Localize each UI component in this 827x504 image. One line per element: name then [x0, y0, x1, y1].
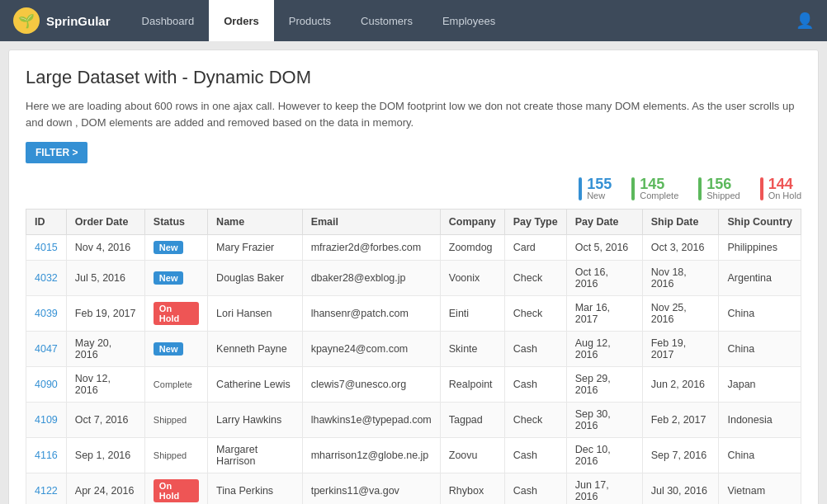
cell-ship-date: Oct 3, 2016 [642, 235, 719, 261]
cell-ship-country: China [719, 296, 801, 332]
table-row: 4116 Sep 1, 2016 Shipped Margaret Harris… [26, 438, 801, 473]
cell-email: kpayne24@com.com [302, 332, 440, 367]
stat-complete-label: Complete [640, 191, 678, 200]
stat-new: 155 New [579, 177, 612, 200]
cell-email: mfrazier2d@forbes.com [302, 235, 440, 261]
cell-pay-type: Check [504, 261, 566, 296]
cell-id: 4109 [26, 403, 67, 438]
cell-email: tperkins11@va.gov [302, 473, 440, 505]
filter-button[interactable]: FILTER > [26, 142, 87, 163]
cell-id: 4032 [26, 261, 67, 296]
col-email: Email [302, 210, 440, 235]
cell-pay-type: Check [504, 403, 566, 438]
cell-ship-date: Jun 2, 2016 [642, 367, 719, 403]
id-link[interactable]: 4109 [35, 414, 58, 426]
table-row: 4047 May 20, 2016 New Kenneth Payne kpay… [26, 332, 801, 367]
cell-email: dbaker28@exblog.jp [302, 261, 440, 296]
cell-id: 4116 [26, 438, 67, 473]
cell-email: lhawkins1e@typepad.com [302, 403, 440, 438]
table-row: 4090 Nov 12, 2016 Complete Catherine Lew… [26, 367, 801, 403]
cell-name: Larry Hawkins [208, 403, 303, 438]
cell-status: Shipped [144, 403, 207, 438]
stat-new-number: 155 [587, 177, 612, 191]
nav-orders[interactable]: Orders [209, 0, 274, 41]
nav-links: Dashboard Orders Products Customers Empl… [127, 0, 796, 41]
col-pay-date: Pay Date [566, 210, 642, 235]
cell-pay-type: Check [504, 296, 566, 332]
col-ship-country: Ship Country [719, 210, 801, 235]
page-title: Large Dataset with - Dynamic DOM [26, 67, 801, 88]
nav-customers[interactable]: Customers [346, 0, 428, 41]
stat-onhold: 144 On Hold [760, 177, 801, 200]
brand-name: SprinGular [46, 14, 111, 28]
cell-id: 4047 [26, 332, 67, 367]
cell-status: New [144, 235, 207, 261]
cell-pay-date: Sep 30, 2016 [566, 403, 642, 438]
brand-icon: 🌱 [13, 7, 40, 34]
navbar: 🌱 SprinGular Dashboard Orders Products C… [0, 0, 827, 41]
cell-status: New [144, 261, 207, 296]
cell-pay-date: Oct 5, 2016 [566, 235, 642, 261]
col-status: Status [144, 210, 207, 235]
cell-ship-date: Nov 18, 2016 [642, 261, 719, 296]
stat-new-label: New [587, 191, 612, 200]
cell-name: Margaret Harrison [208, 438, 303, 473]
cell-id: 4122 [26, 473, 67, 505]
cell-pay-date: Mar 16, 2017 [566, 296, 642, 332]
cell-ship-date: Nov 25, 2016 [642, 296, 719, 332]
cell-ship-country: Indonesia [719, 403, 801, 438]
cell-order-date: Nov 4, 2016 [66, 235, 144, 261]
col-ship-date: Ship Date [642, 210, 719, 235]
cell-ship-country: Argentina [719, 261, 801, 296]
col-name: Name [208, 210, 303, 235]
status-badge: New [154, 271, 184, 285]
cell-company: Einti [440, 296, 504, 332]
cell-pay-date: Jun 17, 2016 [566, 473, 642, 505]
status-badge: Shipped [154, 450, 187, 460]
cell-status: Complete [144, 367, 207, 403]
stat-onhold-number: 144 [768, 177, 801, 191]
cell-status: New [144, 332, 207, 367]
status-badge: On Hold [154, 302, 199, 325]
stat-new-bar [579, 177, 582, 200]
stat-shipped-bar [698, 177, 702, 200]
cell-name: Catherine Lewis [208, 367, 303, 403]
status-badge: New [154, 342, 184, 356]
cell-pay-date: Sep 29, 2016 [566, 367, 642, 403]
cell-email: lhansenr@patch.com [302, 296, 440, 332]
cell-pay-date: Dec 10, 2016 [566, 438, 642, 473]
main-content: Large Dataset with - Dynamic DOM Here we… [8, 49, 819, 504]
cell-status: On Hold [144, 473, 207, 505]
brand: 🌱 SprinGular [13, 7, 111, 34]
cell-company: Zoovu [440, 438, 504, 473]
id-link[interactable]: 4047 [35, 343, 58, 355]
cell-company: Zoomdog [440, 235, 504, 261]
cell-status: On Hold [144, 296, 207, 332]
stat-onhold-bar [760, 177, 763, 200]
id-link[interactable]: 4032 [35, 272, 58, 284]
cell-pay-date: Aug 12, 2016 [566, 332, 642, 367]
stat-shipped: 156 Shipped [698, 177, 740, 200]
status-badge: On Hold [154, 479, 199, 502]
id-link[interactable]: 4015 [35, 242, 58, 253]
id-link[interactable]: 4090 [35, 379, 58, 390]
nav-employees[interactable]: Employees [428, 0, 510, 41]
cell-order-date: Nov 12, 2016 [66, 367, 144, 403]
cell-id: 4039 [26, 296, 67, 332]
user-icon[interactable]: 👤 [796, 12, 814, 30]
col-pay-type: Pay Type [504, 210, 566, 235]
nav-products[interactable]: Products [274, 0, 346, 41]
cell-order-date: Jul 5, 2016 [66, 261, 144, 296]
nav-dashboard[interactable]: Dashboard [127, 0, 210, 41]
cell-order-date: Oct 7, 2016 [66, 403, 144, 438]
cell-company: Voonix [440, 261, 504, 296]
cell-id: 4090 [26, 367, 67, 403]
id-link[interactable]: 4039 [35, 308, 58, 319]
stat-complete: 145 Complete [631, 177, 678, 200]
table-row: 4032 Jul 5, 2016 New Douglas Baker dbake… [26, 261, 801, 296]
id-link[interactable]: 4116 [35, 450, 58, 461]
cell-order-date: May 20, 2016 [66, 332, 144, 367]
table-row: 4109 Oct 7, 2016 Shipped Larry Hawkins l… [26, 403, 801, 438]
stat-shipped-number: 156 [706, 177, 740, 191]
id-link[interactable]: 4122 [35, 485, 58, 497]
